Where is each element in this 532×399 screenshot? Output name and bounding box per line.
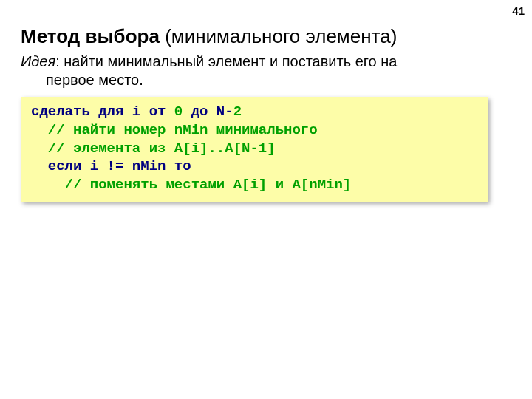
code-N: N xyxy=(216,103,225,120)
code-line-5: // поменять местами A[i] и A[nMin] xyxy=(31,177,351,193)
code-line-3: // элемента из A[i]..A[N-1] xyxy=(31,140,292,157)
code-line-2: // найти номер nMin минимального xyxy=(31,122,326,138)
idea-paragraph: Идея: найти минимальный элемент и постав… xyxy=(21,52,511,89)
slide: 41 Метод выбора (минимального элемента) … xyxy=(0,0,532,399)
page-number: 41 xyxy=(512,4,525,17)
idea-text-line1: : найти минимальный элемент и поставить … xyxy=(55,53,397,69)
idea-label: Идея xyxy=(21,53,55,69)
idea-text-line2: первое место. xyxy=(21,71,511,89)
title-rest: (минимального элемента) xyxy=(160,25,397,47)
code-line-1a: сделать для i от xyxy=(31,103,174,120)
code-line-4: если i != nMin то xyxy=(31,158,200,174)
code-two: 2 xyxy=(233,103,242,120)
code-line-1b: до xyxy=(183,103,216,120)
code-block: сделать для i от 0 до N-2 // найти номер… xyxy=(21,97,488,201)
code-dash: - xyxy=(225,103,233,120)
title-bold: Метод выбора xyxy=(21,25,160,47)
code-zero: 0 xyxy=(174,103,183,120)
slide-title: Метод выбора (минимального элемента) xyxy=(21,25,511,48)
